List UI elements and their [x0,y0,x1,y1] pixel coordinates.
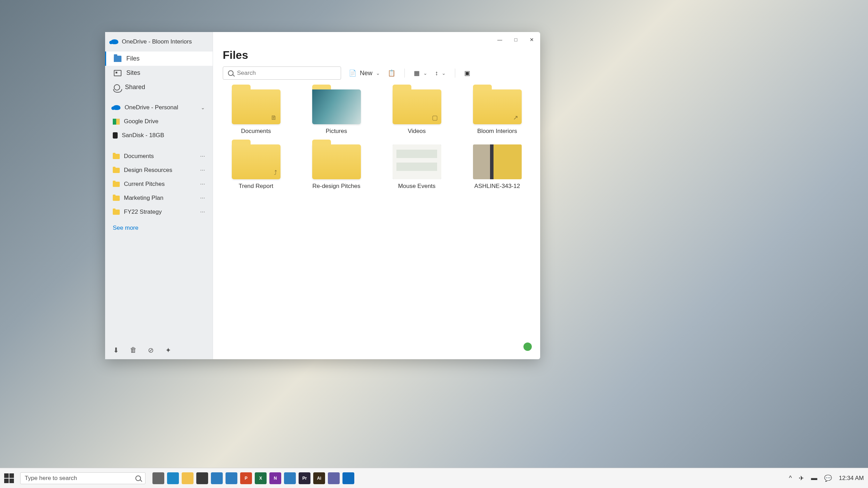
close-button[interactable]: ✕ [527,35,537,45]
files-grid: 🗎DocumentsPictures▢Videos↗Bloom Interior… [213,86,540,193]
file-tile[interactable]: Re-design Pitches [303,144,370,190]
file-tile[interactable]: ⤴Trend Report [223,144,289,190]
sort-button[interactable]: ↕⌄ [435,70,446,77]
account-label: OneDrive - Personal [125,104,178,111]
folder-icon [114,56,121,62]
new-button[interactable]: 📄 New ⌄ [349,69,380,77]
pinned-design-resources[interactable]: Design Resources⋯ [105,163,213,177]
search-input[interactable] [237,70,336,77]
start-button[interactable] [4,473,14,483]
nav-files[interactable]: Files [105,52,213,66]
sort-icon: ↕ [435,70,438,77]
taskbar-app-edge[interactable] [167,472,179,484]
file-name: Bloom Interiors [477,128,517,135]
file-thumbnail [312,89,361,124]
pinned-current-pitches[interactable]: Current Pitches⋯ [105,177,213,191]
pin-icon: ⋯ [200,167,205,173]
file-name: Re-design Pitches [313,183,361,190]
taskbar-app-outlook[interactable] [342,472,354,484]
pinned-label: FY22 Strategy [124,208,162,215]
folder-badge-icon: ⤴ [274,169,277,176]
taskbar-app-excel[interactable]: X [255,472,267,484]
titlebar: — □ ✕ [213,32,540,47]
taskbar-app-teams[interactable] [328,472,340,484]
file-name: Videos [408,128,426,135]
nav-label: Sites [126,69,140,77]
file-explorer-window: OneDrive - Bloom Interiors Files Sites S… [105,32,540,359]
file-thumbnail: ↗ [473,89,522,124]
separator [404,69,405,78]
chevron-down-icon: ⌄ [423,70,427,76]
account-google-drive[interactable]: Google Drive [105,115,213,128]
file-thumbnail [312,144,361,179]
file-tile[interactable]: 🗎Documents [223,89,289,135]
taskbar-app-task-view[interactable] [152,472,164,484]
maximize-button[interactable]: □ [511,35,521,45]
file-name: Mouse Events [398,183,436,190]
taskbar: Type here to search PXNPrAi ^ ✈ ▬ 💬 12:3… [0,468,868,488]
downloads-icon[interactable]: ⬇ [112,346,120,354]
file-tile[interactable]: Mouse Events [384,144,450,190]
pin-icon: ⋯ [200,209,205,215]
clock[interactable]: 12:34 AM [839,475,864,482]
google-drive-icon [113,119,120,125]
taskbar-app-photos[interactable] [284,472,296,484]
file-thumbnail: ⤴ [232,144,281,179]
onedrive-icon [113,105,120,110]
pinned-label: Current Pitches [124,181,165,188]
file-tile[interactable]: ↗Bloom Interiors [464,89,530,135]
file-name: Trend Report [239,183,274,190]
taskbar-app-mail[interactable] [211,472,223,484]
view-button[interactable]: ▦⌄ [414,69,427,77]
settings-icon[interactable]: ✦ [164,346,172,354]
people-icon[interactable]: ⊘ [147,346,155,354]
new-icon: 📄 [349,69,356,77]
file-tile[interactable]: Pictures [303,89,370,135]
taskbar-search[interactable]: Type here to search [20,472,145,484]
account-header[interactable]: OneDrive - Bloom Interiors [105,32,213,50]
details-button[interactable]: ▣ [464,69,470,77]
recycle-bin-icon[interactable]: 🗑 [129,346,137,354]
search-icon [228,70,234,76]
pinned-fy22-strategy[interactable]: FY22 Strategy⋯ [105,205,213,219]
folder-badge-icon: ▢ [432,114,438,121]
tray-network-icon[interactable]: ✈ [799,474,804,482]
taskbar-app-premiere[interactable]: Pr [299,472,310,484]
minimize-button[interactable]: — [495,35,505,45]
taskbar-app-file-explorer[interactable] [182,472,194,484]
pinned-section: Documents⋯ Design Resources⋯ Current Pit… [105,144,213,221]
file-thumbnail [393,144,441,179]
tray-chevron-icon[interactable]: ^ [789,474,792,482]
paste-button[interactable]: 📋 [388,69,395,77]
new-label: New [360,70,372,77]
taskbar-app-onenote[interactable]: N [269,472,281,484]
account-sandisk[interactable]: SanDisk - 18GB [105,128,213,142]
sync-status-icon[interactable] [523,343,532,351]
taskbar-app-calendar[interactable] [226,472,237,484]
nav-sites[interactable]: Sites [105,66,213,80]
folder-icon [113,196,120,201]
accounts-section: OneDrive - Personal ⌄ Google Drive SanDi… [105,96,213,144]
taskbar-app-powerpoint[interactable]: P [240,472,252,484]
file-tile[interactable]: ASHLINE-343-12 [464,144,530,190]
see-more-link[interactable]: See more [105,221,213,235]
file-name: Documents [241,128,271,135]
taskbar-app-illustrator[interactable]: Ai [313,472,325,484]
pinned-marketing-plan[interactable]: Marketing Plan⋯ [105,191,213,205]
account-onedrive-personal[interactable]: OneDrive - Personal ⌄ [105,101,213,115]
taskbar-app-store[interactable] [196,472,208,484]
pinned-documents[interactable]: Documents⋯ [105,149,213,163]
account-label: SanDisk - 18GB [122,132,164,139]
tray-battery-icon[interactable]: ▬ [811,474,817,482]
chevron-down-icon: ⌄ [376,70,380,76]
tray-action-center-icon[interactable]: 💬 [824,474,832,482]
sidebar-nav: Files Sites Shared [105,50,213,96]
search-box[interactable] [223,66,341,80]
search-placeholder: Type here to search [25,475,77,482]
file-tile[interactable]: ▢Videos [384,89,450,135]
folder-icon [113,168,120,173]
chevron-down-icon: ⌄ [442,70,446,76]
file-name: ASHLINE-343-12 [474,183,520,190]
folder-badge-icon: ↗ [513,114,518,121]
nav-shared[interactable]: Shared [105,80,213,94]
